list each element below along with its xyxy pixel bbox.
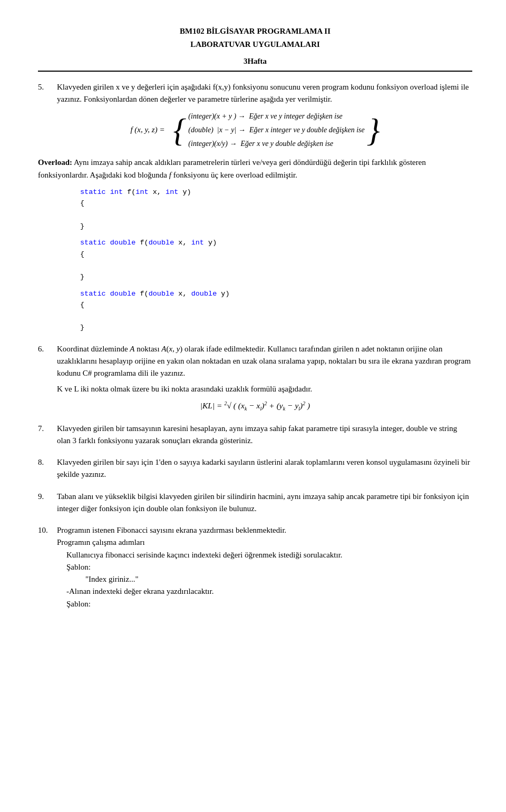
code-line: { xyxy=(80,198,472,209)
q5-number: 5. xyxy=(38,81,53,93)
header-line2: LABORATUVAR UYGULAMALARI xyxy=(38,38,472,51)
formula-line-1: (integer)(x + y ) → Eğer x ve y integer … xyxy=(188,111,364,122)
code-line xyxy=(80,209,472,221)
q10-number: 10. xyxy=(38,524,53,536)
code-line xyxy=(80,311,472,322)
q6-number: 6. xyxy=(38,343,53,355)
q10-content: Programın istenen Fibonacci sayısını ekr… xyxy=(57,524,472,610)
header-line1: BM102 BİLGİSAYAR PROGRAMLAMA II xyxy=(38,25,472,37)
formula-lhs: f (x, y, z) = xyxy=(130,124,164,136)
question-7: 7. Klavyeden girilen bir tamsayının kare… xyxy=(38,423,472,447)
code-line: } xyxy=(80,221,472,232)
q10-sub5: -Alınan indexteki değer ekrana yazdırıla… xyxy=(66,585,472,598)
code-line: static double f(double x, double y) xyxy=(80,288,472,300)
code-line: } xyxy=(80,271,472,283)
question-6: 6. Koordinat düzleminde A noktası A(x, y… xyxy=(38,343,472,413)
brace-system: { (integer)(x + y ) → Eğer x ve y intege… xyxy=(173,111,380,149)
code-line xyxy=(80,260,472,271)
question-9: 9. Taban alanı ve yükseklik bilgisi klav… xyxy=(38,491,472,515)
code-line: static double f(double x, int y) xyxy=(80,237,472,249)
question-5-row: 5. Klavyeden girilen x ve y değerleri iç… xyxy=(38,81,472,106)
q9-text: Taban alanı ve yükseklik bilgisi klavyed… xyxy=(57,491,472,515)
kl-formula: |KL| = 2√ ( (xk − xl)2 + (yk − yl)2 ) xyxy=(38,399,472,413)
header-week: 3Hafta xyxy=(38,55,472,67)
header-divider xyxy=(38,71,472,72)
kl-formula-text: K ve L iki nokta olmak üzere bu iki nokt… xyxy=(57,383,472,395)
system-lines: (integer)(x + y ) → Eğer x ve y integer … xyxy=(188,111,364,149)
q10-sub1: Programın çalışma adımları xyxy=(57,536,472,549)
q9-number: 9. xyxy=(38,491,53,503)
q10-sub6: Şablon: xyxy=(66,598,472,610)
question-7-row: 7. Klavyeden girilen bir tamsayının kare… xyxy=(38,423,472,447)
question-9-row: 9. Taban alanı ve yükseklik bilgisi klav… xyxy=(38,491,472,515)
q8-text: Klavyeden girilen bir sayı için 1'den o … xyxy=(57,456,472,481)
page-header: BM102 BİLGİSAYAR PROGRAMLAMA II LABORATU… xyxy=(38,25,472,67)
question-8-row: 8. Klavyeden girilen bir sayı için 1'den… xyxy=(38,456,472,481)
formula-block: f (x, y, z) = { (integer)(x + y ) → Eğer… xyxy=(38,111,472,149)
q10-sub3: Şablon: xyxy=(66,561,472,573)
code-line: } xyxy=(80,322,472,334)
question-8: 8. Klavyeden girilen bir sayı için 1'den… xyxy=(38,456,472,481)
code-line: { xyxy=(80,249,472,260)
q8-number: 8. xyxy=(38,456,53,468)
code-block-3: static double f(double x, double y) { } xyxy=(80,288,472,334)
q7-text: Klavyeden girilen bir tamsayının karesin… xyxy=(57,423,472,447)
kl-formula-display: |KL| = 2√ ( (xk − xl)2 + (yk − yl)2 ) xyxy=(200,401,310,410)
formula-line-2: (double) |x − y| → Eğer x integer ve y d… xyxy=(188,124,364,136)
left-brace: { xyxy=(173,114,187,146)
q10-sub2: Kullanıcıya fibonacci serisinde kaçıncı … xyxy=(66,549,472,561)
question-5: 5. Klavyeden girilen x ve y değerleri iç… xyxy=(38,81,472,334)
code-line: static int f(int x, int y) xyxy=(80,187,472,198)
q7-number: 7. xyxy=(38,423,53,435)
question-10: 10. Programın istenen Fibonacci sayısını… xyxy=(38,524,472,610)
question-6-row: 6. Koordinat düzleminde A noktası A(x, y… xyxy=(38,343,472,380)
q6-text: Koordinat düzleminde A noktası A(x, y) o… xyxy=(57,343,472,380)
q10-main-text: Programın istenen Fibonacci sayısını ekr… xyxy=(57,524,472,536)
code-block-2: static double f(double x, int y) { } xyxy=(80,237,472,282)
formula-line-3: (integer)(x/y) → Eğer x ve y double deği… xyxy=(188,138,364,150)
overload-text: Overload: Aynı imzaya sahip ancak aldıkl… xyxy=(38,156,472,181)
q5-text: Klavyeden girilen x ve y değerleri için … xyxy=(57,81,472,106)
q10-sub4: "Index giriniz..." xyxy=(85,573,472,585)
question-10-row: 10. Programın istenen Fibonacci sayısını… xyxy=(38,524,472,610)
code-line: { xyxy=(80,299,472,311)
right-brace: } xyxy=(367,114,380,146)
code-block-1: static int f(int x, int y) { } xyxy=(80,187,472,232)
